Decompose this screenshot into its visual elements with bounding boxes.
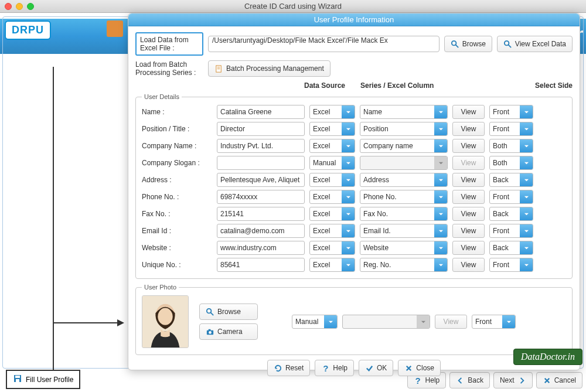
- field-row: Company Slogan : Manual View Both: [142, 156, 566, 170]
- side-select[interactable]: Front: [489, 105, 533, 119]
- field-row: Fax No. : Excel Fax No. View Back: [142, 207, 566, 221]
- side-select[interactable]: Both: [489, 156, 533, 170]
- save-icon: [13, 374, 22, 385]
- browse-excel-button[interactable]: Browse: [444, 36, 492, 52]
- side-select[interactable]: Front: [489, 190, 533, 204]
- user-profile-panel: User Profile Information Load Data from …: [128, 13, 580, 370]
- field-label: Phone No. :: [142, 193, 212, 201]
- datasource-select[interactable]: Excel: [309, 190, 355, 204]
- refresh-icon: [274, 364, 282, 373]
- close-button[interactable]: Close: [398, 360, 441, 376]
- field-input[interactable]: [217, 139, 305, 153]
- side-select[interactable]: Both: [489, 139, 533, 153]
- close-icon: [404, 364, 413, 373]
- help-icon: ?: [321, 364, 330, 373]
- side-select[interactable]: Front: [489, 224, 533, 238]
- view-button[interactable]: View: [452, 105, 485, 119]
- datasource-select[interactable]: Manual: [309, 156, 355, 170]
- field-input[interactable]: [217, 241, 305, 255]
- batch-processing-button[interactable]: Batch Processing Management: [208, 60, 331, 77]
- photo-camera-button[interactable]: Camera: [199, 323, 258, 340]
- datasource-select[interactable]: Excel: [309, 224, 355, 238]
- field-input[interactable]: [217, 224, 305, 238]
- check-icon: [365, 364, 374, 373]
- datasource-select[interactable]: Excel: [309, 105, 355, 119]
- field-input[interactable]: [217, 173, 305, 187]
- column-select[interactable]: Address: [360, 173, 448, 187]
- side-select[interactable]: Back: [489, 207, 533, 221]
- datasource-select[interactable]: Excel: [309, 139, 355, 153]
- browse-label: Browse: [462, 40, 486, 48]
- window-title: Create ID Card using Wizard: [0, 2, 586, 11]
- column-select[interactable]: Phone No.: [360, 190, 448, 204]
- column-select[interactable]: Reg. No.: [360, 258, 448, 272]
- photo-side-select[interactable]: Front: [472, 315, 516, 329]
- search-icon: [451, 40, 459, 49]
- photo-view-button: View: [435, 315, 467, 329]
- datasource-select[interactable]: Excel: [309, 173, 355, 187]
- view-button[interactable]: View: [452, 173, 485, 187]
- field-input[interactable]: [217, 122, 305, 136]
- field-row: Email Id : Excel Email Id. View Front: [142, 224, 566, 238]
- reset-button[interactable]: Reset: [267, 360, 310, 376]
- field-input[interactable]: [217, 156, 305, 170]
- user-photo-fieldset: User Photo Browse Camera Manual: [135, 284, 573, 355]
- field-row: Phone No. : Excel Phone No. View Front: [142, 190, 566, 204]
- column-select[interactable]: Fax No.: [360, 207, 448, 221]
- datasource-select[interactable]: Excel: [309, 207, 355, 221]
- excel-path-input[interactable]: /Users/taruntyagi/Desktop/File Mack Exce…: [208, 36, 440, 52]
- view-button[interactable]: View: [452, 122, 485, 136]
- user-photo-legend: User Photo: [142, 284, 179, 291]
- batch-btn-label: Batch Processing Management: [226, 64, 324, 73]
- document-icon: [214, 64, 223, 73]
- field-label: Company Slogan :: [142, 159, 212, 167]
- watermark: DataDoctor.in: [513, 349, 582, 365]
- panel-title: User Profile Information: [128, 13, 580, 26]
- field-input[interactable]: [217, 207, 305, 221]
- datasource-select[interactable]: Excel: [309, 258, 355, 272]
- svg-point-0: [452, 40, 456, 45]
- annotation-callout: Fill User Profile: [6, 370, 80, 389]
- view-excel-button[interactable]: View Excel Data: [497, 36, 573, 52]
- datasource-select[interactable]: Excel: [309, 122, 355, 136]
- field-input[interactable]: [217, 190, 305, 204]
- view-button[interactable]: View: [452, 258, 485, 272]
- annotation-line: [53, 67, 54, 371]
- side-select[interactable]: Front: [489, 122, 533, 136]
- search-icon: [206, 308, 214, 316]
- field-input[interactable]: [217, 258, 305, 272]
- svg-rect-16: [15, 376, 20, 378]
- view-button[interactable]: View: [452, 241, 485, 255]
- col-series: Series / Excel Column: [360, 81, 448, 90]
- user-details-legend: User Details: [142, 93, 182, 100]
- titlebar: Create ID Card using Wizard: [0, 0, 586, 13]
- svg-point-9: [158, 308, 172, 325]
- ok-button[interactable]: OK: [359, 360, 393, 376]
- view-button[interactable]: View: [452, 207, 485, 221]
- view-button[interactable]: View: [452, 224, 485, 238]
- col-side: Select Side: [529, 81, 573, 90]
- column-select[interactable]: Company name: [360, 139, 448, 153]
- svg-line-11: [210, 312, 213, 315]
- view-button[interactable]: View: [452, 190, 485, 204]
- svg-rect-14: [209, 329, 211, 330]
- photo-datasource-select[interactable]: Manual: [292, 315, 338, 329]
- datasource-select[interactable]: Excel: [309, 241, 355, 255]
- column-select: [360, 156, 448, 170]
- side-select[interactable]: Back: [489, 241, 533, 255]
- help-button[interactable]: ?Help: [315, 360, 354, 376]
- side-select[interactable]: Front: [489, 258, 533, 272]
- field-row: Name : Excel Name View Front: [142, 105, 566, 119]
- side-select[interactable]: Back: [489, 173, 533, 187]
- column-select[interactable]: Name: [360, 105, 448, 119]
- field-input[interactable]: [217, 105, 305, 119]
- photo-browse-button[interactable]: Browse: [199, 304, 258, 320]
- svg-line-3: [508, 45, 511, 47]
- svg-point-2: [505, 40, 509, 45]
- column-select[interactable]: Website: [360, 241, 448, 255]
- view-button[interactable]: View: [452, 139, 485, 153]
- batch-label: Load from Batch Processing Series :: [135, 60, 203, 77]
- column-select[interactable]: Position: [360, 122, 448, 136]
- annotation-arrow: [53, 322, 123, 323]
- column-select[interactable]: Email Id.: [360, 224, 448, 238]
